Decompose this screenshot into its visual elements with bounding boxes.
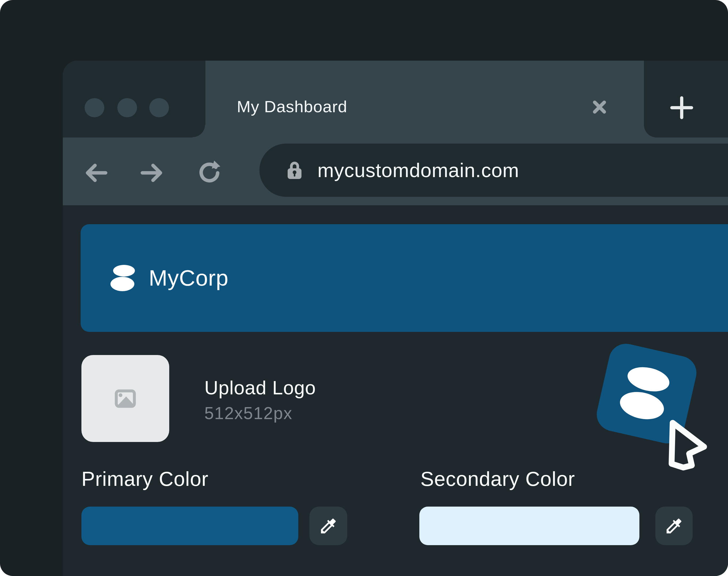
secondary-eyedropper-button[interactable]	[655, 507, 693, 545]
reload-icon[interactable]	[197, 160, 221, 184]
close-icon[interactable]	[591, 98, 608, 116]
brand-banner: MyCorp	[81, 224, 728, 332]
window-control-dot	[149, 98, 169, 117]
screenshot-canvas: My Dashboard	[0, 0, 728, 576]
brand-name: MyCorp	[149, 265, 229, 291]
primary-eyedropper-button[interactable]	[309, 507, 347, 545]
brand-logo-icon	[110, 265, 136, 291]
eyedropper-icon	[318, 516, 338, 536]
url-text: mycustomdomain.com	[317, 159, 519, 182]
tab-title: My Dashboard	[237, 97, 347, 116]
primary-color-swatch[interactable]	[81, 507, 298, 545]
upload-logo-title: Upload Logo	[204, 377, 316, 399]
eyedropper-icon	[664, 516, 684, 536]
page-content: MyCorp Upload Logo 512x512px	[63, 205, 728, 576]
window-control-dot	[85, 98, 104, 117]
secondary-color-swatch[interactable]	[419, 507, 639, 545]
cursor-arrow-icon	[668, 420, 710, 473]
tab-bar-right-panel	[644, 61, 728, 138]
image-placeholder-icon	[115, 389, 136, 408]
back-icon[interactable]	[84, 161, 108, 185]
window-control-dot	[117, 98, 137, 117]
secondary-color-label: Secondary Color	[420, 467, 575, 490]
tab-bar: My Dashboard	[63, 61, 728, 138]
browser-window: My Dashboard	[63, 61, 728, 576]
upload-logo-tile[interactable]	[81, 355, 169, 442]
new-tab-plus-icon[interactable]	[670, 96, 694, 120]
primary-color-label: Primary Color	[81, 467, 208, 490]
window-controls-panel	[63, 61, 205, 138]
address-bar[interactable]: mycustomdomain.com	[259, 144, 728, 197]
upload-logo-hint: 512x512px	[204, 403, 292, 423]
navigation-bar: mycustomdomain.com	[63, 138, 728, 205]
lock-icon	[286, 161, 303, 179]
tab-my-dashboard[interactable]: My Dashboard	[205, 75, 644, 138]
forward-icon[interactable]	[140, 161, 164, 185]
